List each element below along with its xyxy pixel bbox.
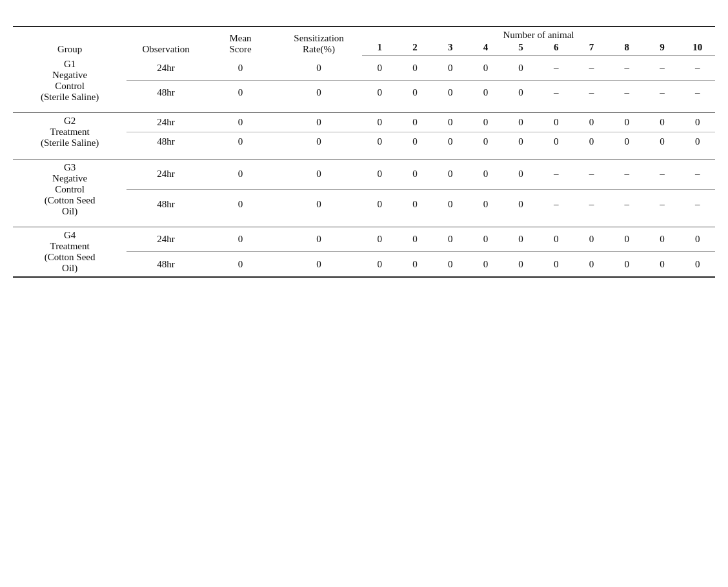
animal-value-cell: 0 [680, 132, 715, 151]
observation-cell: 24hr [126, 227, 205, 252]
animal-value-cell: 0 [362, 113, 398, 132]
animal-value-cell: – [680, 81, 715, 105]
animal-value-cell: 0 [468, 81, 503, 105]
animal-col-5: 5 [503, 42, 539, 56]
animal-value-cell: 0 [432, 113, 468, 132]
animal-value-cell: – [680, 159, 715, 189]
animal-value-cell: – [645, 159, 680, 189]
animal-value-cell: – [574, 159, 609, 189]
animal-value-cell: 0 [609, 252, 645, 277]
animal-value-cell: 0 [503, 132, 539, 151]
animal-value-cell: 0 [432, 56, 468, 81]
animal-value-cell: 0 [362, 227, 398, 252]
animal-value-cell: 0 [468, 189, 503, 219]
animal-value-cell: 0 [680, 227, 715, 252]
group-cell: G3NegativeControl(Cotton SeedOil) [13, 159, 126, 220]
sensitization-rate-cell: 0 [276, 56, 362, 81]
mean-score-cell: 0 [205, 252, 276, 277]
animal-value-cell: 0 [432, 252, 468, 277]
table-row: G3NegativeControl(Cotton SeedOil)24hr000… [13, 159, 715, 189]
animal-value-cell: 0 [432, 189, 468, 219]
group-cell: G4Treatment(Cotton SeedOil) [13, 227, 126, 278]
observation-cell: 48hr [126, 132, 205, 151]
animal-col-3: 3 [432, 42, 468, 56]
animal-value-cell: 0 [574, 227, 609, 252]
observation-cell: 48hr [126, 252, 205, 277]
animal-value-cell: 0 [609, 132, 645, 151]
animal-value-cell: 0 [398, 132, 433, 151]
animal-value-cell: 0 [468, 159, 503, 189]
col-header-mean-score: Mean Score [205, 26, 276, 56]
animal-value-cell: 0 [432, 81, 468, 105]
animal-value-cell: 0 [645, 227, 680, 252]
observation-cell: 48hr [126, 81, 205, 105]
animal-value-cell: 0 [398, 159, 433, 189]
animal-value-cell: – [574, 189, 609, 219]
main-table-wrapper: Group Observation Mean Score Sensitizati… [13, 26, 715, 278]
animal-value-cell: – [645, 189, 680, 219]
animal-value-cell: – [680, 189, 715, 219]
animal-value-cell: 0 [362, 132, 398, 151]
mean-score-cell: 0 [205, 159, 276, 189]
animal-value-cell: 0 [398, 113, 433, 132]
animal-value-cell: 0 [680, 113, 715, 132]
mean-score-cell: 0 [205, 189, 276, 219]
animal-value-cell: 0 [574, 252, 609, 277]
animal-value-cell: 0 [362, 252, 398, 277]
animal-value-cell: – [574, 81, 609, 105]
animal-value-cell: – [609, 159, 645, 189]
col-header-group: Group [13, 26, 126, 56]
animal-col-8: 8 [609, 42, 645, 56]
group-cell: G1NegativeControl(Sterile Saline) [13, 56, 126, 105]
sensitization-rate-cell: 0 [276, 252, 362, 277]
sensitization-rate-cell: 0 [276, 227, 362, 252]
sensitization-rate-cell: 0 [276, 81, 362, 105]
animal-value-cell: 0 [468, 56, 503, 81]
animal-value-cell: 0 [362, 189, 398, 219]
animal-col-6: 6 [538, 42, 574, 56]
animal-value-cell: – [609, 56, 645, 81]
animal-value-cell: 0 [398, 252, 433, 277]
animal-value-cell: – [538, 189, 574, 219]
observation-cell: 48hr [126, 189, 205, 219]
animal-value-cell: 0 [432, 227, 468, 252]
animal-value-cell: 0 [503, 189, 539, 219]
animal-value-cell: 0 [645, 132, 680, 151]
mean-score-cell: 0 [205, 227, 276, 252]
animal-value-cell: 0 [538, 252, 574, 277]
animal-col-2: 2 [398, 42, 433, 56]
table-row: G4Treatment(Cotton SeedOil)24hr000000000… [13, 227, 715, 252]
observation-cell: 24hr [126, 159, 205, 189]
animal-value-cell: 0 [609, 113, 645, 132]
animal-value-cell: 0 [538, 113, 574, 132]
animal-value-cell: 0 [503, 56, 539, 81]
group-cell: G2Treatment(Sterile Saline) [13, 113, 126, 152]
animal-value-cell: 0 [538, 132, 574, 151]
animal-value-cell: 0 [398, 56, 433, 81]
sensitization-rate-cell: 0 [276, 113, 362, 132]
animal-value-cell: 0 [362, 81, 398, 105]
mean-score-cell: 0 [205, 132, 276, 151]
animal-value-cell: – [574, 56, 609, 81]
col-header-number-of-animal: Number of animal [362, 26, 715, 42]
animal-value-cell: – [609, 189, 645, 219]
sensitization-rate-cell: 0 [276, 159, 362, 189]
spacer-row [13, 220, 715, 227]
col-header-sensitization: Sensitization Rate(%) [276, 26, 362, 56]
spacer-row [13, 151, 715, 159]
animal-value-cell: 0 [362, 56, 398, 81]
animal-value-cell: 0 [503, 227, 539, 252]
observation-cell: 24hr [126, 56, 205, 81]
animal-value-cell: 0 [432, 159, 468, 189]
animal-value-cell: 0 [468, 252, 503, 277]
animal-value-cell: 0 [680, 252, 715, 277]
animal-value-cell: 0 [468, 113, 503, 132]
animal-col-1: 1 [362, 42, 398, 56]
table-row: G2Treatment(Sterile Saline)24hr000000000… [13, 113, 715, 132]
animal-value-cell: – [538, 159, 574, 189]
sensitization-rate-cell: 0 [276, 132, 362, 151]
table-row: G1NegativeControl(Sterile Saline)24hr000… [13, 56, 715, 81]
animal-value-cell: – [538, 56, 574, 81]
animal-value-cell: 0 [398, 227, 433, 252]
mean-score-cell: 0 [205, 113, 276, 132]
